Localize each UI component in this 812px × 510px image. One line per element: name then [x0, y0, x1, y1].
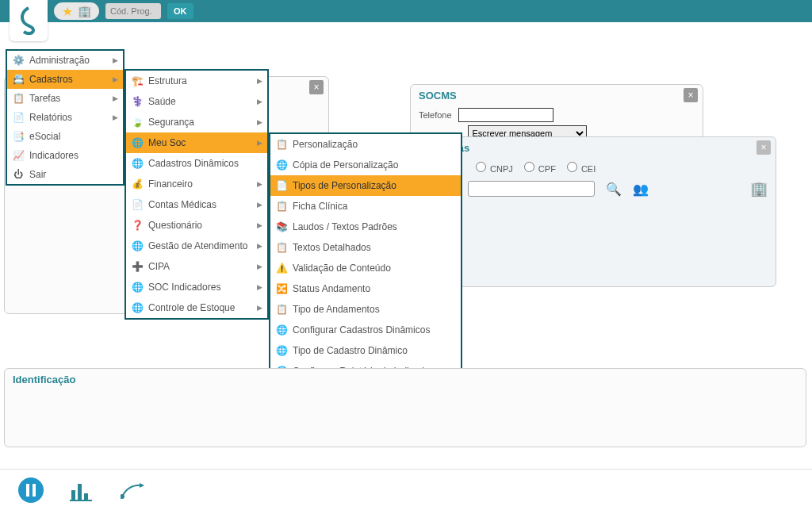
sub-item[interactable]: ⚕️Saúde▶ — [126, 91, 267, 112]
nav-icon: 📋 — [12, 92, 25, 105]
nav-icon: 📄 — [12, 111, 25, 124]
nav-item-cadastros[interactable]: 📇Cadastros▶ — [7, 70, 123, 89]
socms-title: SOCMS — [411, 85, 703, 106]
menu-icon: 📄 — [275, 179, 288, 192]
nav-icon: 📈 — [12, 149, 25, 162]
search-people-icon[interactable]: 👥 — [633, 182, 649, 197]
main-nav: ⚙️Administração▶📇Cadastros▶📋Tarefas▶📄Rel… — [6, 49, 124, 186]
sub3-item[interactable]: 🔀Status Andamento — [270, 278, 461, 299]
nav-item-sair[interactable]: ⏻Sair — [7, 165, 123, 184]
sub-item[interactable]: 💰Financeiro▶ — [126, 174, 267, 194]
cnpj-radio[interactable]: CNPJ — [476, 162, 513, 174]
svg-rect-1 — [26, 484, 29, 497]
topbar: ★ 🏢 OK — [0, 0, 812, 22]
chevron-right-icon: ▶ — [113, 75, 118, 83]
sub3-item[interactable]: 📋Tipo de Andamentos — [270, 299, 461, 320]
menu-icon: 📋 — [275, 303, 288, 316]
nav-item-administrao[interactable]: ⚙️Administração▶ — [7, 51, 123, 70]
sub3-item[interactable]: 📋Ficha Clínica — [270, 196, 461, 217]
socms-panel: × SOCMS Telefone Mensagem Escrever mensa… — [410, 84, 703, 140]
sub-item[interactable]: 📄Contas Médicas▶ — [126, 194, 267, 215]
sub-item[interactable]: ❓Questionário▶ — [126, 215, 267, 236]
sub3-item[interactable]: 📋Personalização — [270, 134, 461, 155]
empresa-search-input[interactable] — [468, 181, 595, 197]
sub-item[interactable]: 🌐Meu Soc▶ — [126, 132, 267, 153]
nav-item-tarefas[interactable]: 📋Tarefas▶ — [7, 89, 123, 108]
menu-icon: ❓ — [131, 219, 144, 232]
submenu-cadastros: 🏗️Estrutura▶⚕️Saúde▶🍃Segurança▶🌐Meu Soc▶… — [124, 69, 269, 320]
menu-icon: 📋 — [275, 241, 288, 254]
menu-icon: 🌐 — [275, 324, 288, 336]
codigo-programa-input[interactable] — [105, 3, 161, 19]
menu-icon: 🌐 — [131, 281, 144, 293]
menu-icon: 🌐 — [131, 136, 144, 149]
chevron-right-icon: ▶ — [257, 201, 262, 209]
chevron-right-icon: ▶ — [257, 139, 262, 147]
chevron-right-icon: ▶ — [257, 304, 262, 312]
menu-icon: 🌐 — [131, 301, 144, 314]
sub3-item[interactable]: 📚Laudos / Textos Padrões — [270, 217, 461, 237]
nav-item-relatrios[interactable]: 📄Relatórios▶ — [7, 108, 123, 127]
chevron-right-icon: ▶ — [113, 56, 118, 64]
pause-circle-icon[interactable] — [17, 477, 44, 504]
svg-point-0 — [18, 477, 44, 503]
building-icon: 🏢 — [78, 5, 91, 17]
menu-icon: 📄 — [131, 198, 144, 211]
sub3-item[interactable]: 🌐Tipo de Cadastro Dinâmico — [270, 340, 461, 361]
building-grid-icon[interactable]: 🏢 — [750, 180, 768, 197]
menu-icon: 🌐 — [131, 240, 144, 252]
sub3-item[interactable]: 📋Textos Detalhados — [270, 237, 461, 258]
sub-item[interactable]: 🍃Segurança▶ — [126, 112, 267, 132]
svg-rect-2 — [33, 484, 36, 497]
close-icon[interactable]: × — [684, 88, 698, 102]
chevron-right-icon: ▶ — [257, 221, 262, 229]
nav-icon: ⚙️ — [12, 54, 25, 67]
nav-icon: ⏻ — [12, 168, 25, 181]
sub-item[interactable]: ➕CIPA▶ — [126, 256, 267, 277]
svg-rect-3 — [71, 490, 75, 500]
menu-icon: 📚 — [275, 220, 288, 233]
logo — [10, 0, 48, 41]
ok-button[interactable]: OK — [167, 3, 193, 19]
chevron-right-icon: ▶ — [113, 113, 118, 121]
sub3-item[interactable]: 🌐Cópia de Personalização — [270, 155, 461, 175]
sub3-item[interactable]: 📄Tipos de Personalização — [270, 175, 461, 196]
chevron-right-icon: ▶ — [257, 242, 262, 250]
sub-item[interactable]: 🌐SOC Indicadores▶ — [126, 277, 267, 297]
svg-rect-5 — [84, 493, 88, 500]
close-icon[interactable]: × — [756, 140, 771, 155]
sub3-item[interactable]: 🌐Configurar Cadastros Dinâmicos — [270, 320, 461, 340]
sub-item[interactable]: 🌐Controle de Estoque▶ — [126, 297, 267, 318]
chevron-right-icon: ▶ — [257, 98, 262, 105]
sub-item[interactable]: 🏗️Estrutura▶ — [126, 71, 267, 91]
identificacao-panel: Identificação — [4, 368, 806, 447]
menu-icon: 🔀 — [275, 282, 288, 295]
nav-item-esocial[interactable]: 📑eSocial — [7, 127, 123, 146]
sub-item[interactable]: 🌐Gestão de Atendimento▶ — [126, 236, 267, 256]
cei-radio[interactable]: CEI — [567, 162, 596, 174]
search-icon[interactable]: 🔍 — [606, 182, 622, 197]
telefone-label: Telefone — [419, 110, 452, 120]
favorites-button[interactable]: ★ 🏢 — [54, 2, 99, 20]
identificacao-title: Identificação — [5, 369, 806, 390]
menu-icon: 🍃 — [131, 116, 144, 128]
telefone-input[interactable] — [458, 108, 553, 122]
nav-icon: 📑 — [12, 130, 25, 143]
nav-item-indicadores[interactable]: 📈Indicadores — [7, 146, 123, 165]
curve-icon[interactable] — [119, 477, 146, 504]
menu-icon: 🌐 — [131, 157, 144, 170]
empresas-title: Empresas — [412, 137, 776, 159]
empresas-panel: × Empresas CNPJ CPF CEI 🔍 👥 🏢 — [412, 136, 776, 287]
cpf-radio[interactable]: CPF — [524, 162, 556, 174]
chevron-right-icon: ▶ — [257, 283, 262, 291]
svg-rect-4 — [78, 484, 82, 500]
sub3-item[interactable]: ⚠️Validação de Conteúdo — [270, 258, 461, 278]
menu-icon: 💰 — [131, 178, 144, 190]
chevron-right-icon: ▶ — [257, 263, 262, 270]
close-icon[interactable]: × — [309, 80, 324, 94]
chevron-right-icon: ▶ — [113, 94, 118, 102]
chevron-right-icon: ▶ — [257, 180, 262, 188]
bar-chart-icon[interactable] — [68, 477, 95, 504]
sub-item[interactable]: 🌐Cadastros Dinâmicos — [126, 153, 267, 174]
menu-icon: 🌐 — [275, 159, 288, 171]
